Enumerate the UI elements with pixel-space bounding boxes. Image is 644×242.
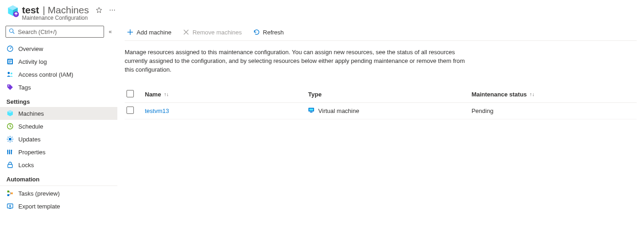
column-header-name[interactable]: Name ↑↓	[145, 91, 308, 98]
svg-line-10	[10, 47, 11, 49]
svg-point-37	[9, 152, 11, 154]
sidebar-item-export-template[interactable]: Export template	[0, 200, 117, 213]
sidebar-item-access-control[interactable]: Access control (IAM)	[0, 68, 117, 81]
machines-table: Name ↑↓ Type Maintenance status ↑↓ testv…	[125, 86, 637, 119]
sidebar-item-locks[interactable]: Locks	[0, 158, 117, 171]
column-header-status[interactable]: Maintenance status ↑↓	[472, 91, 635, 98]
svg-marker-6	[96, 7, 102, 13]
button-label: Refresh	[263, 29, 284, 36]
sidebar-item-label: Access control (IAM)	[18, 71, 73, 78]
svg-line-23	[10, 126, 11, 127]
column-header-type[interactable]: Type	[308, 91, 471, 98]
add-machine-button[interactable]: Add machine	[125, 28, 173, 37]
page-title: Machines	[48, 5, 89, 15]
sidebar-item-properties[interactable]: Properties	[0, 146, 117, 158]
title-separator: |	[43, 5, 45, 15]
sidebar-item-updates[interactable]: Updates	[0, 133, 117, 146]
button-label: Add machine	[137, 29, 171, 36]
machine-type: Virtual machine	[318, 107, 359, 114]
main-content: Add machine Remove machines Refresh Mana…	[117, 24, 644, 242]
sidebar-item-tags[interactable]: Tags	[0, 81, 117, 94]
sidebar-item-label: Locks	[18, 162, 34, 169]
svg-point-18	[8, 85, 9, 86]
sidebar-item-label: Export template	[18, 203, 60, 210]
sidebar-item-label: Activity log	[18, 58, 47, 65]
svg-rect-41	[7, 194, 9, 196]
svg-line-30	[12, 141, 13, 142]
svg-point-36	[7, 151, 9, 152]
svg-point-16	[8, 72, 10, 74]
sidebar-item-label: Overview	[18, 45, 43, 52]
toolbar: Add machine Remove machines Refresh	[125, 24, 637, 40]
resource-name: test	[22, 5, 39, 15]
remove-machines-button: Remove machines	[181, 28, 244, 37]
page-header: test | Machines ⋯ Maintenance Configurat…	[0, 0, 644, 24]
svg-rect-53	[310, 112, 313, 113]
schedule-icon	[6, 123, 14, 130]
resource-icon	[6, 5, 19, 17]
svg-rect-39	[8, 164, 12, 168]
svg-point-17	[11, 73, 12, 74]
access-control-icon	[6, 71, 14, 78]
refresh-button[interactable]: Refresh	[251, 28, 286, 37]
sidebar-item-label: Tags	[18, 84, 31, 91]
svg-line-31	[8, 141, 9, 142]
sidebar-item-label: Tasks (preview)	[18, 190, 60, 197]
search-icon	[9, 28, 15, 36]
updates-icon	[6, 135, 14, 143]
machine-name-link[interactable]: testvm13	[145, 107, 169, 114]
tags-icon	[6, 84, 14, 91]
svg-line-32	[12, 137, 13, 138]
sidebar-section-automation: Automation	[0, 171, 117, 186]
toolbar-divider	[125, 40, 637, 41]
machines-icon	[6, 110, 14, 117]
svg-point-7	[10, 28, 13, 32]
description-text: Manage resources assigned to this mainte…	[125, 48, 473, 74]
overview-icon	[6, 45, 14, 52]
collapse-sidebar-icon[interactable]: «	[109, 28, 112, 35]
table-row[interactable]: testvm13 Virtual machine Pending	[125, 103, 637, 119]
row-checkbox[interactable]	[127, 107, 134, 114]
virtual-machine-icon	[308, 107, 314, 115]
sort-icon: ↑↓	[164, 91, 169, 97]
sidebar-item-tasks[interactable]: Tasks (preview)	[0, 187, 117, 200]
svg-line-44	[9, 193, 11, 195]
more-actions-icon[interactable]: ⋯	[109, 6, 116, 14]
activity-log-icon	[6, 58, 14, 65]
machine-status: Pending	[472, 107, 494, 114]
select-all-checkbox[interactable]	[127, 90, 134, 97]
sidebar-item-label: Machines	[18, 110, 44, 117]
svg-rect-40	[7, 191, 9, 192]
export-template-icon	[6, 203, 14, 210]
svg-point-38	[11, 150, 12, 152]
sort-icon: ↑↓	[529, 91, 534, 97]
svg-line-8	[13, 32, 15, 34]
sidebar-item-schedule[interactable]: Schedule	[0, 120, 117, 133]
x-icon	[182, 28, 190, 36]
search-box[interactable]	[6, 26, 104, 38]
sidebar-item-machines[interactable]: Machines	[0, 107, 117, 120]
svg-line-43	[9, 191, 11, 193]
svg-point-24	[9, 138, 11, 141]
favorite-star-icon[interactable]	[95, 6, 103, 14]
sidebar-section-settings: Settings	[0, 94, 117, 107]
tasks-icon	[6, 190, 14, 197]
button-label: Remove machines	[193, 29, 242, 36]
sidebar-item-activity-log[interactable]: Activity log	[0, 55, 117, 68]
svg-rect-52	[309, 108, 314, 110]
sidebar-item-label: Schedule	[18, 123, 43, 130]
sidebar-item-label: Properties	[18, 149, 45, 156]
locks-icon	[6, 161, 14, 169]
plus-icon	[127, 28, 134, 36]
svg-rect-42	[11, 192, 13, 194]
table-header: Name ↑↓ Type Maintenance status ↑↓	[125, 86, 637, 103]
refresh-icon	[253, 28, 260, 36]
search-input[interactable]	[18, 28, 101, 35]
sidebar-item-overview[interactable]: Overview	[0, 42, 117, 55]
sidebar: « Overview Activity log	[0, 24, 117, 242]
svg-line-29	[8, 137, 9, 138]
resource-type: Maintenance Configuration	[22, 15, 116, 21]
properties-icon	[6, 148, 14, 156]
sidebar-item-label: Updates	[18, 136, 40, 143]
